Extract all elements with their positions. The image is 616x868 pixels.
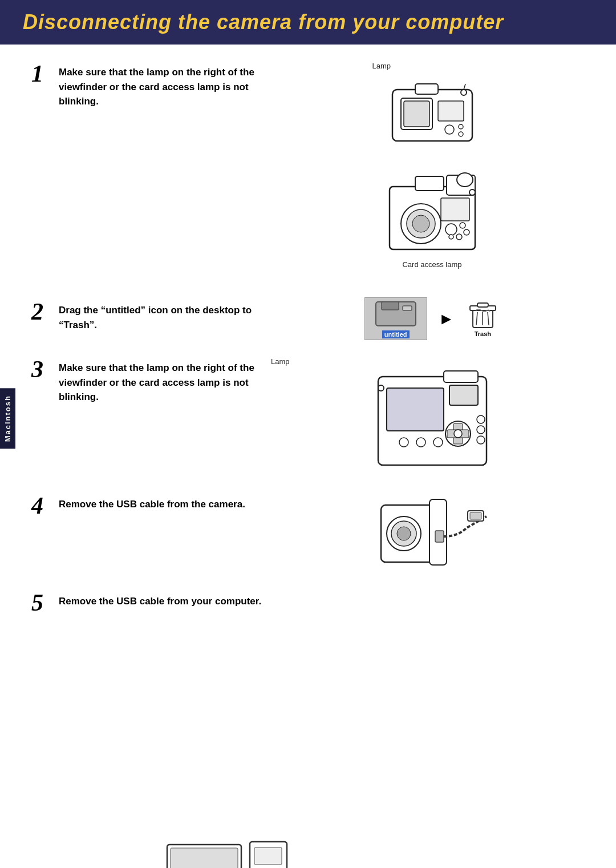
svg-point-55 (397, 527, 411, 540)
svg-point-47 (433, 438, 443, 447)
step-4-number: 4 (31, 494, 52, 518)
step-3-images: Lamp (271, 357, 593, 471)
usb-camera-icon (375, 494, 489, 579)
step-5-text: Remove the USB cable from your computer. (59, 594, 582, 609)
step-3-text: Make sure that the lamp on the right of … (59, 361, 260, 405)
drag-arrow: ► (439, 310, 455, 328)
disk-svg (373, 299, 419, 330)
step-2-text: Drag the “untitled” icon on the desktop … (59, 303, 260, 332)
svg-line-9 (464, 84, 465, 90)
step-3: 3 Make sure that the lamp on the right o… (31, 357, 593, 471)
svg-point-36 (378, 385, 384, 391)
step-5: 5 Remove the USB cable from your compute… (31, 591, 593, 868)
page-header: Disconnecting the camera from your compu… (0, 0, 616, 45)
camera-slr-icon (372, 158, 492, 258)
computer-usb-icon (161, 839, 492, 868)
step-4-text: Remove the USB cable from the camera. (59, 497, 260, 512)
svg-point-15 (412, 215, 429, 232)
untitled-icon: untitled (364, 297, 427, 340)
step-5-images (31, 839, 593, 868)
svg-point-42 (477, 415, 485, 423)
camera-compact-icon (381, 72, 484, 152)
svg-point-17 (445, 224, 457, 235)
step-2-number: 2 (31, 300, 52, 324)
svg-point-19 (464, 229, 469, 235)
svg-point-18 (460, 223, 465, 228)
svg-rect-57 (171, 848, 238, 868)
side-tab: Macintosh (0, 388, 15, 449)
svg-rect-4 (438, 101, 464, 121)
svg-rect-52 (470, 512, 481, 519)
svg-rect-16 (441, 198, 469, 221)
page-title: Disconnecting the camera from your compu… (23, 10, 593, 34)
trash-icon-container: Trash (465, 299, 500, 339)
svg-point-5 (445, 125, 454, 134)
svg-point-46 (416, 438, 425, 447)
svg-rect-61 (254, 847, 282, 865)
step-4: 4 Remove the USB cable from the camera. (31, 494, 593, 579)
step-5-text-area: 5 Remove the USB cable from your compute… (31, 591, 593, 830)
camera-back-icon (370, 368, 495, 471)
svg-point-23 (469, 189, 475, 195)
step-2-images: untitled ► (271, 292, 593, 340)
svg-point-22 (457, 173, 473, 187)
svg-point-44 (477, 436, 485, 444)
trash-svg (467, 299, 499, 330)
step-3-text-area: 3 Make sure that the lamp on the right o… (31, 357, 271, 471)
step-4-text-area: 4 Remove the USB cable from the camera. (31, 494, 271, 579)
svg-rect-12 (415, 176, 444, 191)
step-4-images (271, 494, 593, 579)
step-1-text-area: 1 Make sure that the lamp on the right o… (31, 62, 271, 269)
step-3-lamp-label: Lamp (271, 357, 290, 366)
svg-point-7 (459, 132, 463, 136)
trash-label-text: Trash (475, 330, 491, 337)
step-1-text: Make sure that the lamp on the right of … (59, 65, 260, 109)
svg-rect-50 (435, 531, 444, 542)
step-1-lamp-label: Lamp (372, 62, 391, 70)
svg-point-45 (399, 438, 408, 447)
svg-point-41 (454, 430, 462, 438)
svg-rect-26 (403, 306, 412, 310)
step-2-text-area: 2 Drag the “untitled” icon on the deskto… (31, 300, 271, 332)
svg-rect-34 (444, 371, 478, 382)
svg-point-21 (449, 235, 453, 239)
svg-rect-37 (449, 385, 478, 405)
svg-point-20 (456, 234, 462, 240)
step-2: 2 Drag the “untitled” icon on the deskto… (31, 292, 593, 340)
step-1-card-lamp-label: Card access lamp (402, 260, 461, 269)
step-1: 1 Make sure that the lamp on the right o… (31, 62, 593, 269)
step-5-number: 5 (31, 591, 52, 615)
step-1-images: Lamp (271, 62, 593, 269)
svg-rect-29 (477, 303, 488, 307)
svg-rect-25 (382, 302, 399, 310)
svg-point-6 (459, 124, 463, 129)
svg-rect-35 (387, 388, 444, 431)
svg-point-43 (477, 426, 485, 434)
step-3-number: 3 (31, 357, 52, 381)
step-1-number: 1 (31, 62, 52, 86)
svg-rect-1 (415, 84, 438, 94)
untitled-text: untitled (382, 330, 410, 338)
svg-rect-3 (404, 101, 429, 127)
svg-point-8 (461, 90, 467, 95)
